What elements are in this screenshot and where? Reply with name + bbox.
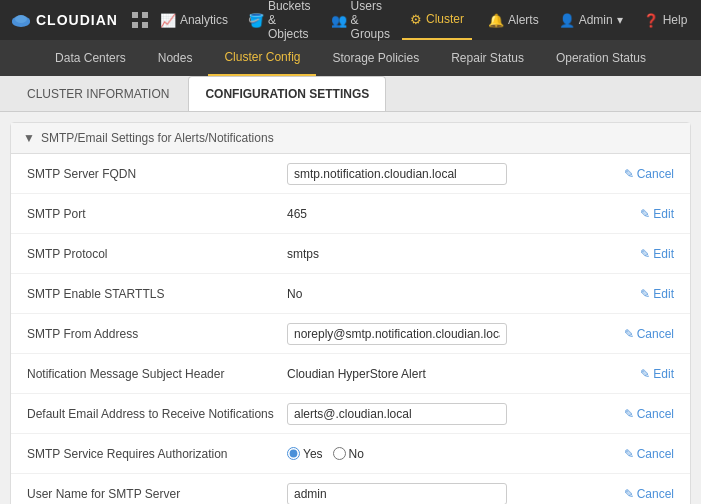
action-smtp-starttls: ✎ Edit bbox=[594, 286, 674, 301]
radio-yes-label: Yes bbox=[303, 447, 323, 461]
input-smtp-username[interactable] bbox=[287, 483, 507, 505]
value-smtp-starttls: No bbox=[287, 287, 594, 301]
edit-pencil-icon: ✎ bbox=[640, 367, 650, 381]
tab-configuration-settings[interactable]: CONFIGURATION SETTINGS bbox=[188, 76, 386, 111]
input-smtp-from[interactable] bbox=[287, 323, 507, 345]
buckets-icon: 🪣 bbox=[248, 13, 264, 28]
toggle-collapse-icon[interactable]: ▼ bbox=[23, 131, 35, 145]
input-smtp-fqdn[interactable] bbox=[287, 163, 507, 185]
label-smtp-fqdn: SMTP Server FQDN bbox=[27, 167, 287, 181]
row-smtp-from: SMTP From Address ✎ Cancel bbox=[11, 314, 690, 354]
value-notification-subject: Cloudian HyperStore Alert bbox=[287, 367, 594, 381]
label-smtp-from: SMTP From Address bbox=[27, 327, 287, 341]
brand-name: CLOUDIAN bbox=[36, 12, 118, 28]
radio-yes-input[interactable] bbox=[287, 447, 300, 460]
cancel-smtp-username-button[interactable]: ✎ Cancel bbox=[624, 487, 674, 501]
edit-notification-subject-button[interactable]: ✎ Edit bbox=[640, 367, 674, 381]
edit-smtp-port-button[interactable]: ✎ Edit bbox=[640, 207, 674, 221]
value-smtp-port: 465 bbox=[287, 207, 594, 221]
nav-analytics[interactable]: 📈 Analytics bbox=[152, 0, 236, 40]
panel-header: ▼ SMTP/Email Settings for Alerts/Notific… bbox=[11, 123, 690, 154]
main-content: ▼ SMTP/Email Settings for Alerts/Notific… bbox=[0, 112, 701, 504]
brand: CLOUDIAN bbox=[10, 12, 118, 28]
smtp-auth-radio-group: Yes No bbox=[287, 447, 594, 461]
row-smtp-starttls: SMTP Enable STARTTLS No ✎ Edit bbox=[11, 274, 690, 314]
label-notification-subject: Notification Message Subject Header bbox=[27, 367, 287, 381]
action-smtp-port: ✎ Edit bbox=[594, 206, 674, 221]
nav-users[interactable]: 👥 Users & Groups bbox=[323, 0, 398, 40]
label-smtp-auth: SMTP Service Requires Authorization bbox=[27, 447, 287, 461]
subnav-operationstatus[interactable]: Operation Status bbox=[540, 40, 662, 76]
grid-icon bbox=[132, 12, 148, 28]
cancel-smtp-auth-button[interactable]: ✎ Cancel bbox=[624, 447, 674, 461]
value-default-email bbox=[287, 403, 594, 425]
analytics-icon: 📈 bbox=[160, 13, 176, 28]
subnav-storagepolicies[interactable]: Storage Policies bbox=[316, 40, 435, 76]
cancel-default-email-button[interactable]: ✎ Cancel bbox=[624, 407, 674, 421]
cluster-icon: ⚙ bbox=[410, 12, 422, 27]
row-smtp-fqdn: SMTP Server FQDN ✎ Cancel bbox=[11, 154, 690, 194]
radio-yes-option[interactable]: Yes bbox=[287, 447, 323, 461]
label-smtp-username: User Name for SMTP Server bbox=[27, 487, 287, 501]
action-notification-subject: ✎ Edit bbox=[594, 366, 674, 381]
nav-buckets[interactable]: 🪣 Buckets & Objects bbox=[240, 0, 319, 40]
action-smtp-fqdn: ✎ Cancel bbox=[594, 166, 674, 181]
label-default-email: Default Email Address to Receive Notific… bbox=[27, 407, 287, 421]
cancel-smtp-from-button[interactable]: ✎ Cancel bbox=[624, 327, 674, 341]
radio-no-option[interactable]: No bbox=[333, 447, 364, 461]
alerts-icon: 🔔 bbox=[488, 13, 504, 28]
label-smtp-protocol: SMTP Protocol bbox=[27, 247, 287, 261]
subnav-clusterconfig[interactable]: Cluster Config bbox=[208, 40, 316, 76]
nav-admin[interactable]: 👤 Admin ▾ bbox=[551, 0, 631, 40]
value-smtp-username bbox=[287, 483, 594, 505]
admin-icon: 👤 bbox=[559, 13, 575, 28]
users-icon: 👥 bbox=[331, 13, 347, 28]
action-smtp-protocol: ✎ Edit bbox=[594, 246, 674, 261]
label-smtp-starttls: SMTP Enable STARTTLS bbox=[27, 287, 287, 301]
radio-no-label: No bbox=[349, 447, 364, 461]
navbar: CLOUDIAN 📈 Analytics 🪣 Buckets & Objects… bbox=[0, 0, 701, 40]
subnav: Data Centers Nodes Cluster Config Storag… bbox=[0, 40, 701, 76]
svg-point-3 bbox=[15, 15, 27, 23]
action-default-email: ✎ Cancel bbox=[594, 406, 674, 421]
label-smtp-port: SMTP Port bbox=[27, 207, 287, 221]
dropdown-arrow-icon: ▾ bbox=[617, 13, 623, 27]
edit-smtp-starttls-button[interactable]: ✎ Edit bbox=[640, 287, 674, 301]
tab-cluster-information[interactable]: CLUSTER INFORMATION bbox=[10, 76, 186, 111]
value-smtp-fqdn bbox=[287, 163, 594, 185]
input-default-email[interactable] bbox=[287, 403, 507, 425]
edit-pencil-icon: ✎ bbox=[624, 167, 634, 181]
svg-rect-6 bbox=[132, 22, 138, 28]
value-smtp-protocol: smtps bbox=[287, 247, 594, 261]
nav-alerts[interactable]: 🔔 Alerts bbox=[480, 0, 547, 40]
action-smtp-username: ✎ Cancel bbox=[594, 486, 674, 501]
cancel-smtp-fqdn-button[interactable]: ✎ Cancel bbox=[624, 167, 674, 181]
grid-button[interactable] bbox=[132, 6, 148, 34]
help-icon: ❓ bbox=[643, 13, 659, 28]
edit-pencil-icon: ✎ bbox=[624, 487, 634, 501]
cloudian-logo-icon bbox=[10, 12, 32, 28]
edit-pencil-icon: ✎ bbox=[640, 247, 650, 261]
subnav-nodes[interactable]: Nodes bbox=[142, 40, 209, 76]
row-default-email: Default Email Address to Receive Notific… bbox=[11, 394, 690, 434]
edit-pencil-icon: ✎ bbox=[624, 407, 634, 421]
row-notification-subject: Notification Message Subject Header Clou… bbox=[11, 354, 690, 394]
edit-smtp-protocol-button[interactable]: ✎ Edit bbox=[640, 247, 674, 261]
smtp-panel: ▼ SMTP/Email Settings for Alerts/Notific… bbox=[10, 122, 691, 504]
radio-no-input[interactable] bbox=[333, 447, 346, 460]
edit-pencil-icon: ✎ bbox=[624, 447, 634, 461]
subnav-repairstatus[interactable]: Repair Status bbox=[435, 40, 540, 76]
nav-cluster[interactable]: ⚙ Cluster bbox=[402, 0, 472, 40]
svg-rect-5 bbox=[142, 12, 148, 18]
value-smtp-from bbox=[287, 323, 594, 345]
value-smtp-auth: Yes No bbox=[287, 447, 594, 461]
row-smtp-port: SMTP Port 465 ✎ Edit bbox=[11, 194, 690, 234]
row-smtp-username: User Name for SMTP Server ✎ Cancel bbox=[11, 474, 690, 504]
nav-help[interactable]: ❓ Help bbox=[635, 0, 696, 40]
svg-rect-4 bbox=[132, 12, 138, 18]
action-smtp-auth: ✎ Cancel bbox=[594, 446, 674, 461]
row-smtp-protocol: SMTP Protocol smtps ✎ Edit bbox=[11, 234, 690, 274]
edit-pencil-icon: ✎ bbox=[640, 287, 650, 301]
svg-rect-7 bbox=[142, 22, 148, 28]
subnav-datacenters[interactable]: Data Centers bbox=[39, 40, 142, 76]
